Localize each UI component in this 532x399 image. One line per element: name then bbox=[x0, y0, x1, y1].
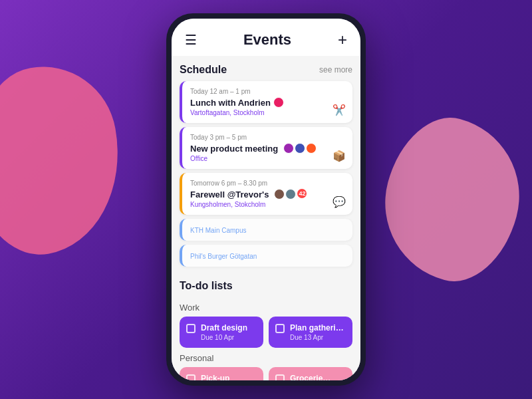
event-title-farewell: Farewell @Trevor's 42 bbox=[190, 189, 344, 200]
app-header: ☰ Events + bbox=[172, 19, 360, 56]
schedule-title: Schedule bbox=[180, 64, 227, 76]
avatar-3 bbox=[306, 143, 317, 154]
phone-screen: ☰ Events + Schedule see more Today 12 am… bbox=[172, 19, 360, 380]
event-card-farewell[interactable]: Tomorrow 6 pm – 8.30 pm Farewell @Trevor… bbox=[180, 173, 352, 215]
todo-checkbox-draft[interactable] bbox=[186, 324, 196, 333]
event-time-lunch: Today 12 am – 1 pm bbox=[190, 88, 344, 95]
todo-personal-row: Pick-up delivery Due 11 Apr Grocerie… Du… bbox=[180, 367, 352, 380]
todo-section: To-do lists Work Draft design Due 10 Apr bbox=[180, 272, 352, 380]
add-event-button[interactable]: + bbox=[338, 31, 347, 49]
todo-info-grocery: Grocerie… Due 13 Apr bbox=[290, 374, 331, 380]
todo-label-plan: Plan gatheri… bbox=[290, 323, 344, 332]
event-location-lunch: Vartoftagatan, Stockholm bbox=[190, 109, 344, 116]
event-icon-scissors: ✂️ bbox=[332, 104, 346, 116]
event-card-meeting[interactable]: Today 3 pm – 5 pm New product meeting Of… bbox=[180, 127, 352, 169]
meeting-avatars bbox=[283, 143, 317, 154]
avatar-andrien bbox=[273, 97, 284, 108]
todo-checkbox-plan[interactable] bbox=[275, 324, 285, 333]
avatar-1 bbox=[283, 143, 294, 154]
todo-info-pickup: Pick-up delivery Due 11 Apr bbox=[201, 374, 257, 380]
todo-info-plan: Plan gatheri… Due 13 Apr bbox=[290, 323, 344, 341]
todo-label-pickup: Pick-up delivery bbox=[201, 374, 257, 380]
todo-due-plan: Due 13 Apr bbox=[290, 334, 344, 341]
menu-icon[interactable]: ☰ bbox=[185, 32, 197, 48]
event-card-lunch[interactable]: Today 12 am – 1 pm Lunch with Andrien Va… bbox=[180, 81, 352, 123]
todo-category-work: Work bbox=[180, 303, 352, 313]
todo-label-draft: Draft design bbox=[201, 323, 247, 332]
event-icon-package: 📦 bbox=[332, 150, 346, 162]
todo-checkbox-pickup[interactable] bbox=[186, 374, 196, 380]
event-time-meeting: Today 3 pm – 5 pm bbox=[190, 134, 344, 141]
todo-work-row: Draft design Due 10 Apr Plan gatheri… Du… bbox=[180, 317, 352, 348]
phone-frame: ☰ Events + Schedule see more Today 12 am… bbox=[166, 13, 366, 386]
todo-card-grocery[interactable]: Grocerie… Due 13 Apr bbox=[269, 367, 352, 380]
event-card-partial-2: Phil's Burger Götgatan bbox=[180, 245, 352, 267]
avatar-t1 bbox=[274, 189, 285, 200]
avatar-count: 42 bbox=[297, 189, 307, 198]
app-title: Events bbox=[243, 31, 291, 49]
event-title-lunch: Lunch with Andrien bbox=[190, 97, 344, 108]
todo-due-draft: Due 10 Apr bbox=[201, 334, 247, 341]
event-title-meeting: New product meeting bbox=[190, 143, 344, 154]
todo-checkbox-grocery[interactable] bbox=[275, 374, 285, 380]
schedule-section-header: Schedule see more bbox=[180, 56, 352, 81]
todo-category-personal: Personal bbox=[180, 353, 352, 363]
partial-location-2: Phil's Burger Götgatan bbox=[190, 253, 344, 260]
todo-title: To-do lists bbox=[180, 280, 233, 292]
todo-card-plan[interactable]: Plan gatheri… Due 13 Apr bbox=[269, 317, 352, 348]
partial-location-1: KTH Main Campus bbox=[190, 227, 344, 234]
todo-card-draft[interactable]: Draft design Due 10 Apr bbox=[180, 317, 263, 348]
farewell-avatars: 42 bbox=[274, 189, 307, 200]
todo-section-header: To-do lists bbox=[180, 272, 352, 297]
avatar-2 bbox=[295, 143, 305, 154]
event-time-farewell: Tomorrow 6 pm – 8.30 pm bbox=[190, 180, 344, 187]
todo-label-grocery: Grocerie… bbox=[290, 374, 331, 380]
main-scroll-area[interactable]: Schedule see more Today 12 am – 1 pm Lun… bbox=[172, 56, 360, 380]
event-location-meeting: Office bbox=[190, 155, 344, 162]
event-card-partial-1: KTH Main Campus bbox=[180, 219, 352, 241]
see-more-link[interactable]: see more bbox=[319, 65, 352, 74]
avatar-t2 bbox=[285, 189, 296, 200]
event-location-farewell: Kungsholmen, Stokcholm bbox=[190, 201, 344, 208]
bg-decoration-right bbox=[367, 105, 532, 294]
event-icon-chat: 💬 bbox=[332, 196, 346, 208]
todo-card-pickup[interactable]: Pick-up delivery Due 11 Apr bbox=[180, 367, 263, 380]
todo-info-draft: Draft design Due 10 Apr bbox=[201, 323, 247, 341]
bg-decoration-left bbox=[0, 55, 135, 264]
